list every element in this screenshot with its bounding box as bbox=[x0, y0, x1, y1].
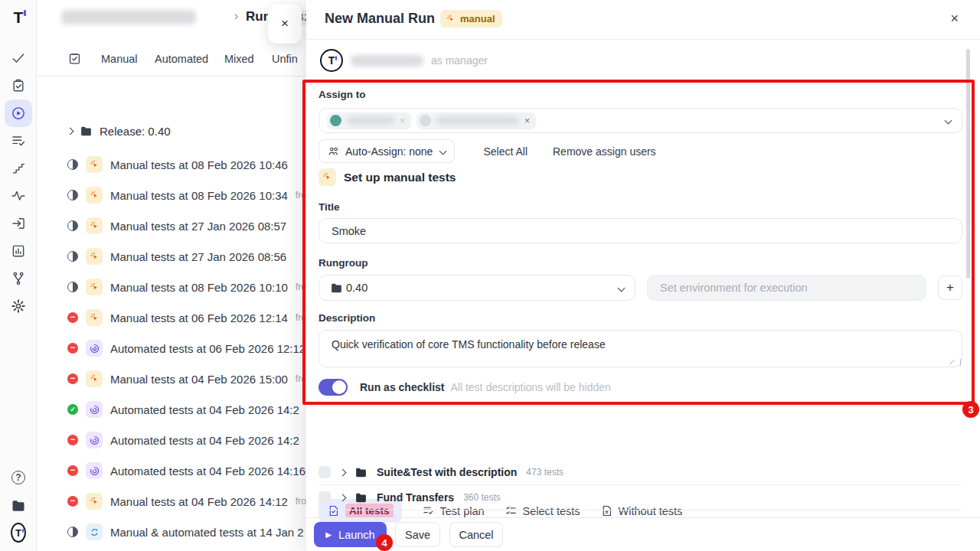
manager-avatar: T bbox=[320, 49, 343, 72]
manual-run-icon bbox=[86, 309, 103, 326]
status-failed-icon bbox=[67, 465, 78, 476]
run-title[interactable]: Manual & automated tests at 14 Jan 2 bbox=[110, 526, 304, 539]
icon-rail: T ? T bbox=[0, 0, 37, 551]
filter-clipboard-icon[interactable] bbox=[67, 51, 82, 69]
chevron-down-icon bbox=[618, 284, 626, 292]
import-icon[interactable] bbox=[11, 216, 26, 231]
suite-test-count: 360 tests bbox=[463, 492, 501, 503]
status-failed-icon bbox=[67, 373, 78, 384]
run-title[interactable]: Manual tests at 08 Feb 2026 10:10 bbox=[110, 281, 288, 294]
run-title[interactable]: Automated tests at 04 Feb 2026 14:2 bbox=[110, 434, 299, 447]
run-list-item[interactable]: Automated tests at 06 Feb 2026 12:12 bbox=[67, 333, 306, 364]
select-all-link[interactable]: Select All bbox=[483, 145, 528, 158]
run-list-item[interactable]: Manual tests at 08 Feb 2026 10:10fro bbox=[67, 272, 306, 302]
automated-run-icon bbox=[86, 432, 103, 448]
release-folder-row[interactable]: Release: 0.40 bbox=[67, 125, 171, 138]
manual-run-icon bbox=[86, 248, 103, 265]
suite-checkbox[interactable] bbox=[318, 466, 331, 478]
tab-automated[interactable]: Automated bbox=[155, 53, 208, 65]
run-list-item[interactable]: Manual & automated tests at 14 Jan 2 bbox=[67, 517, 306, 547]
run-list-item[interactable]: Manual tests at 08 Feb 2026 10:46 bbox=[67, 149, 306, 180]
users-icon bbox=[328, 145, 340, 158]
run-title[interactable]: Manual tests at 06 Feb 2026 12:14 bbox=[110, 311, 288, 324]
gear-icon[interactable] bbox=[11, 298, 26, 314]
run-list-item[interactable]: Manual tests at 27 Jan 2026 08:57 bbox=[67, 210, 306, 241]
description-textarea[interactable]: Quick verification of core TMS functiona… bbox=[318, 330, 962, 367]
panel-close-button[interactable]: × bbox=[268, 4, 302, 44]
suite-name[interactable]: Suite&Test with description bbox=[377, 466, 517, 478]
manager-row: T as manager bbox=[320, 49, 488, 72]
auto-assign-button[interactable]: Auto-Assign: none bbox=[318, 139, 455, 163]
chevron-right-icon[interactable] bbox=[67, 128, 74, 135]
suite-checkbox[interactable] bbox=[318, 491, 331, 504]
user-avatar[interactable]: T bbox=[11, 525, 26, 540]
manual-run-icon bbox=[318, 168, 336, 186]
run-as-checklist-toggle[interactable] bbox=[318, 379, 348, 396]
environment-input[interactable] bbox=[647, 275, 926, 301]
setup-heading: Set up manual tests bbox=[344, 171, 456, 184]
run-list-item[interactable]: Automated tests at 04 Feb 2026 14:2 bbox=[67, 425, 306, 455]
rungroup-select[interactable]: 0.40 bbox=[318, 275, 635, 301]
status-in-progress-icon bbox=[67, 282, 78, 292]
status-in-progress-icon bbox=[67, 527, 78, 537]
remove-assign-users-link[interactable]: Remove assign users bbox=[553, 145, 656, 158]
run-title[interactable]: Manual tests at 04 Feb 2026 14:12 bbox=[110, 495, 288, 508]
clipboard-check-icon[interactable] bbox=[11, 78, 26, 93]
run-title[interactable]: Manual tests at 27 Jan 2026 08:57 bbox=[110, 220, 286, 233]
chevron-down-icon[interactable] bbox=[945, 117, 952, 125]
footer-divider bbox=[306, 517, 980, 518]
cancel-button[interactable]: Cancel bbox=[449, 522, 503, 547]
activity-icon[interactable] bbox=[11, 188, 26, 204]
tab-manual[interactable]: Manual bbox=[101, 53, 138, 65]
run-trail-text: fro bbox=[296, 282, 306, 292]
folder-icon[interactable] bbox=[11, 498, 26, 514]
tab-unfinished[interactable]: Unfin bbox=[272, 53, 298, 65]
run-list-item[interactable]: Manual tests at 06 Feb 2026 12:14fro bbox=[67, 302, 306, 333]
release-folder-label[interactable]: Release: 0.40 bbox=[100, 125, 171, 138]
manual-run-icon bbox=[86, 187, 103, 204]
remove-assignee-icon[interactable]: × bbox=[524, 116, 530, 126]
rungroup-value: 0.40 bbox=[346, 282, 368, 294]
suite-name[interactable]: Fund Transfers bbox=[377, 491, 454, 504]
run-title[interactable]: Manual tests at 08 Feb 2026 10:46 bbox=[110, 158, 288, 171]
blurred-project-name[interactable] bbox=[61, 10, 196, 24]
modal-scrollbar[interactable] bbox=[966, 49, 970, 279]
run-list-item[interactable]: Automated tests at 04 Feb 2026 14:16 bbox=[67, 455, 306, 486]
tab-mixed[interactable]: Mixed bbox=[224, 53, 254, 65]
run-list-item[interactable]: Manual tests at 04 Feb 2026 15:00fro bbox=[67, 364, 306, 394]
list-check-icon[interactable] bbox=[11, 133, 26, 148]
remove-assignee-icon[interactable]: × bbox=[400, 116, 405, 126]
modal-close-icon[interactable]: × bbox=[950, 11, 959, 27]
chevron-right-icon[interactable] bbox=[339, 468, 347, 476]
suite-row[interactable]: Fund Transfers 360 tests bbox=[318, 486, 962, 509]
suite-row[interactable]: Suite&Test with description 473 tests bbox=[318, 461, 962, 484]
run-list-item[interactable]: Automated tests at 04 Feb 2026 14:2 bbox=[67, 394, 306, 425]
branch-icon[interactable] bbox=[11, 271, 26, 286]
stairs-icon[interactable] bbox=[11, 161, 26, 176]
divider bbox=[318, 510, 962, 510]
run-title[interactable]: Manual tests at 04 Feb 2026 15:00 bbox=[110, 373, 288, 386]
assignee-chip[interactable]: × bbox=[327, 112, 411, 129]
save-button[interactable]: Save bbox=[395, 522, 440, 547]
chevron-right-icon[interactable] bbox=[339, 494, 347, 501]
bar-chart-icon[interactable] bbox=[11, 243, 26, 259]
run-list-item[interactable]: Manual tests at 27 Jan 2026 08:56 bbox=[67, 241, 306, 272]
help-icon[interactable]: ? bbox=[11, 470, 26, 485]
run-title[interactable]: Automated tests at 06 Feb 2026 12:12 bbox=[110, 342, 305, 355]
run-title[interactable]: Manual tests at 08 Feb 2026 10:34 bbox=[110, 189, 288, 202]
run-title[interactable]: Automated tests at 04 Feb 2026 14:2 bbox=[110, 403, 299, 416]
add-environment-button[interactable]: + bbox=[938, 276, 962, 300]
assignee-chip[interactable]: × bbox=[416, 112, 536, 129]
check-icon[interactable] bbox=[11, 51, 26, 66]
run-list-item[interactable]: Manual tests at 08 Feb 2026 10:34fro bbox=[67, 180, 306, 210]
app-logo[interactable]: T bbox=[11, 9, 26, 24]
automated-run-icon bbox=[86, 340, 103, 357]
run-title[interactable]: Manual tests at 27 Jan 2026 08:56 bbox=[110, 250, 286, 263]
run-list-item[interactable]: Manual tests at 04 Feb 2026 14:12fro bbox=[67, 486, 306, 517]
resize-grip-icon[interactable] bbox=[954, 359, 961, 366]
status-failed-icon bbox=[67, 343, 78, 354]
assign-to-select[interactable]: × × bbox=[318, 108, 962, 133]
run-title[interactable]: Automated tests at 04 Feb 2026 14:16 bbox=[110, 465, 305, 478]
title-input[interactable] bbox=[318, 218, 962, 243]
play-circle-icon[interactable] bbox=[11, 106, 26, 121]
